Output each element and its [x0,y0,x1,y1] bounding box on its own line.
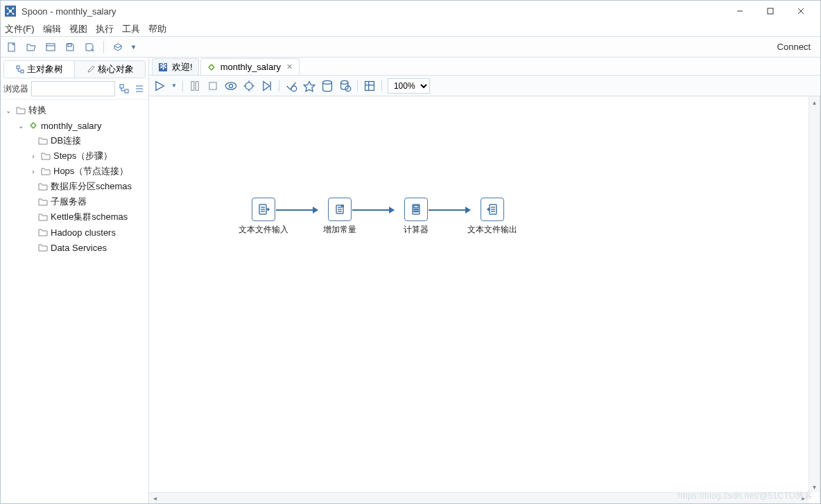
tree-label: 子服务器 [51,195,87,208]
search-input[interactable] [31,81,115,96]
pause-icon[interactable] [189,80,201,92]
tree-db-connections[interactable]: DB连接 [1,133,148,148]
replay-icon[interactable] [261,80,273,92]
folder-icon [16,105,26,115]
save-icon[interactable] [63,40,77,54]
maximize-button[interactable] [755,1,786,21]
tab-label: 欢迎! [172,61,193,73]
tree-slave-servers[interactable]: 子服务器 [1,194,148,209]
preview-icon[interactable] [225,80,237,92]
step-icon [252,198,275,221]
sql-icon[interactable] [321,80,334,92]
svg-rect-17 [17,66,19,69]
sidebar-tab-core-objects[interactable]: 核心对象 [75,61,145,78]
svg-line-7 [8,11,10,14]
menu-help[interactable]: 帮助 [148,23,166,35]
svg-point-38 [322,80,331,84]
folder-icon [38,243,48,252]
tree-label: Steps（步骤） [53,150,112,162]
step-calculator[interactable]: 计算器 [378,198,454,236]
tree-label: Hadoop clusters [51,227,116,238]
save-as-icon[interactable] [83,40,96,54]
menu-view[interactable]: 视图 [69,23,87,35]
scroll-up-icon[interactable]: ▴ [809,96,820,107]
sidebar-tab-label: 核心对象 [98,63,134,76]
menu-edit[interactable]: 编辑 [43,23,61,35]
svg-rect-54 [414,206,419,208]
sidebar-tab-main-tree[interactable]: 主对象树 [4,61,75,78]
tab-label: monthly_salary [221,62,281,72]
scroll-left-icon[interactable]: ◂ [149,493,160,503]
transformation-icon [28,121,38,130]
transformation-canvas[interactable]: 文本文件输入 增加常量 计算器 文本文件输出 [149,96,820,503]
svg-point-56 [415,209,417,210]
run-icon[interactable] [153,80,166,92]
vertical-scrollbar[interactable]: ▴ ▾ [809,96,820,492]
menu-run[interactable]: 执行 [96,23,114,35]
tree-hops[interactable]: › Hops（节点连接） [1,164,148,179]
svg-rect-28 [209,82,216,89]
svg-rect-16 [68,44,71,46]
svg-rect-26 [191,81,194,90]
step-text-file-input[interactable]: 文本文件输入 [225,198,302,236]
step-label: 计算器 [378,224,454,236]
dropdown-arrow-icon[interactable]: ▼ [171,82,177,89]
tree-hadoop-clusters[interactable]: Hadoop clusters [1,225,148,240]
folder-icon [38,136,48,146]
svg-point-58 [414,211,415,212]
step-text-file-output[interactable]: 文本文件输出 [454,198,530,236]
twisty-icon[interactable]: › [28,153,38,160]
toolbar-separator [357,80,358,92]
close-button[interactable] [786,1,816,21]
show-results-icon[interactable] [363,80,376,92]
step-icon [404,198,428,221]
twisty-icon[interactable]: ⌄ [3,107,13,114]
impact-icon[interactable] [303,80,316,92]
tree-label: Hops（节点连接） [53,165,128,177]
tree-partition-schemas[interactable]: 数据库分区schemas [1,179,148,194]
twisty-icon[interactable]: ⌄ [16,122,26,130]
close-tab-icon[interactable]: ✕ [285,63,293,71]
svg-rect-14 [46,44,55,51]
tree-transformation-node[interactable]: ⌄ monthly_salary [1,118,148,133]
minimize-button[interactable] [725,1,755,21]
tree-data-services[interactable]: Data Services [1,240,148,255]
menu-tools[interactable]: 工具 [122,23,140,35]
menu-file[interactable]: 文件(F) [5,23,35,35]
debug-icon[interactable] [243,80,255,92]
dropdown-arrow-icon[interactable]: ▼ [130,44,137,51]
open-file-icon[interactable] [24,40,38,54]
connect-button[interactable]: Connect [772,42,816,52]
zoom-select[interactable]: 100% [388,78,430,94]
svg-point-60 [417,211,419,212]
expand-all-icon[interactable] [118,82,130,95]
folder-icon [38,197,48,207]
document-tabs: ✻ 欢迎! monthly_salary ✕ [149,58,820,76]
folder-icon [41,166,51,176]
stop-icon[interactable] [207,80,219,92]
verify-icon[interactable] [285,80,297,92]
step-add-constant[interactable]: 增加常量 [302,198,378,236]
step-icon [328,198,352,221]
explore-db-icon[interactable] [339,80,352,92]
tree-root-transformations[interactable]: ⌄ 转换 [1,103,148,118]
sidebar-tabs: 主对象树 核心对象 [3,60,146,78]
new-file-icon[interactable] [5,40,19,54]
perspective-icon[interactable] [111,40,125,54]
tab-welcome[interactable]: ✻ 欢迎! [152,58,199,75]
tab-monthly-salary[interactable]: monthly_salary ✕ [200,58,300,75]
sidebar-tab-label: 主对象树 [27,63,63,76]
twisty-icon[interactable]: › [28,168,38,175]
tree-steps[interactable]: › Steps（步骤） [1,148,148,164]
tree-label: Data Services [51,243,107,253]
browser-label: 浏览器 [3,83,28,95]
explore-icon[interactable] [44,40,58,54]
tree-cluster-schemas[interactable]: Kettle集群schemas [1,209,148,225]
svg-rect-10 [768,8,773,14]
editor-area: ✻ 欢迎! monthly_salary ✕ ▼ [149,58,820,503]
svg-point-52 [342,205,344,207]
collapse-all-icon[interactable] [133,82,146,95]
titlebar: Spoon - monthly_salary [1,1,820,21]
transformation-icon [207,62,216,72]
main-toolbar: ▼ Connect [1,37,820,58]
